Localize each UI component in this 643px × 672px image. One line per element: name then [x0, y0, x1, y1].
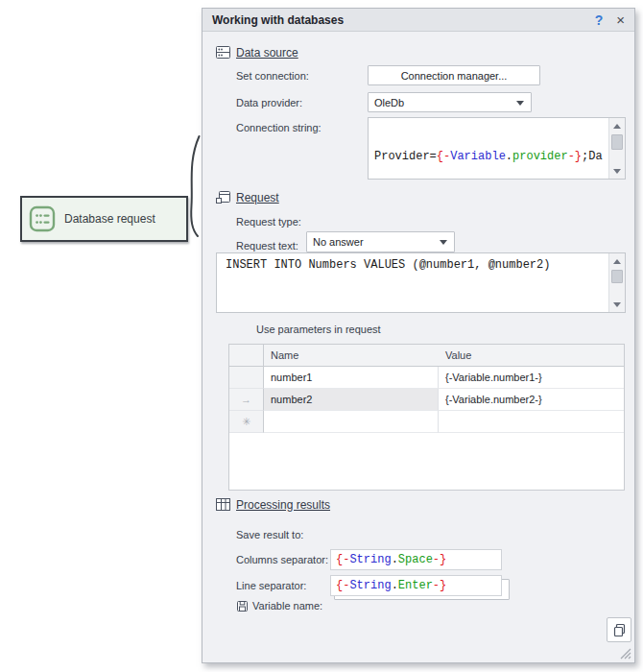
chevron-down-icon — [440, 240, 447, 245]
properties-panel: Working with databases ? × Data source S… — [202, 8, 635, 663]
variable-name-label: Variable name: — [252, 600, 322, 612]
request-text-value: INSERT INTO Numbers VALUES (@number1, @n… — [217, 253, 608, 312]
scrollbar-thumb[interactable] — [611, 270, 623, 283]
resize-grip[interactable] — [619, 647, 631, 660]
connection-string-text: Provider={-Variable.provider-};Da ta Sou… — [369, 118, 608, 179]
section-processing-results-heading[interactable]: Processing results — [215, 496, 330, 513]
request-heading-label: Request — [236, 191, 279, 204]
processing-results-heading-label: Processing results — [236, 498, 330, 512]
request-type-label: Request type: — [236, 216, 301, 228]
new-row-selector[interactable]: ✳ — [229, 411, 264, 433]
data-provider-value: OleDb — [374, 97, 404, 108]
param-name-cell-empty[interactable] — [264, 411, 439, 433]
flow-canvas: Database request Working with databases … — [0, 0, 643, 672]
database-request-node[interactable]: Database request — [20, 196, 188, 242]
scroll-down-icon[interactable] — [609, 163, 625, 179]
copy-variable-button[interactable] — [607, 617, 631, 642]
columns-separator-input[interactable]: {-String.Space-} — [330, 549, 502, 570]
param-value-cell[interactable]: {-Variable.number1-} — [439, 367, 624, 389]
line-separator-input[interactable]: {-String.Enter-} — [330, 575, 502, 596]
data-source-heading-label: Data source — [236, 46, 298, 60]
row-selector-header[interactable] — [229, 345, 264, 367]
panel-title: Working with databases — [212, 13, 595, 27]
section-data-source-heading[interactable]: Data source — [215, 44, 298, 60]
scroll-up-icon[interactable] — [609, 253, 625, 269]
help-icon[interactable]: ? — [595, 12, 604, 28]
close-icon[interactable]: × — [616, 12, 625, 27]
request-form-icon — [215, 189, 231, 205]
param-name-cell[interactable]: number1 — [264, 367, 439, 389]
new-row-icon: ✳ — [242, 416, 250, 427]
row-selector[interactable] — [229, 367, 264, 389]
data-provider-select[interactable]: OleDb — [368, 92, 532, 112]
connection-string-label: Connection string: — [236, 122, 322, 133]
connection-string-editor[interactable]: Provider={-Variable.provider-};Da ta Sou… — [368, 117, 626, 180]
connection-string-scrollbar[interactable] — [608, 118, 625, 179]
scroll-down-icon[interactable] — [609, 297, 625, 312]
title-bar: Working with databases ? × — [202, 9, 634, 32]
connection-manager-button[interactable]: Connection manager... — [368, 65, 540, 85]
database-icon — [29, 205, 56, 232]
request-type-select[interactable]: No answer — [306, 231, 455, 252]
scrollbar-thumb[interactable] — [611, 134, 623, 150]
save-variable-icon-wrap — [236, 599, 249, 616]
parameters-table: Name Value number1 {-Variable.number1-} … — [228, 344, 625, 491]
node-label: Database request — [64, 212, 155, 226]
current-row-icon: → — [241, 394, 251, 405]
request-text-label: Request text: — [236, 240, 298, 252]
column-header-name[interactable]: Name — [264, 345, 439, 367]
columns-separator-label: Columns separator: — [236, 554, 328, 565]
line-separator-label: Line separator: — [236, 580, 306, 591]
param-value-cell-empty[interactable] — [439, 411, 624, 433]
scroll-up-icon[interactable] — [609, 118, 625, 133]
column-header-value[interactable]: Value — [439, 345, 624, 367]
param-value-cell[interactable]: {-Variable.number2-} — [439, 389, 624, 411]
chevron-down-icon — [516, 101, 524, 106]
param-name-cell[interactable]: number2 — [264, 389, 439, 411]
set-connection-label: Set connection: — [236, 70, 309, 82]
request-text-editor[interactable]: INSERT INTO Numbers VALUES (@number1, @n… — [216, 252, 626, 313]
current-row-selector[interactable]: → — [229, 389, 264, 411]
request-text-scrollbar[interactable] — [608, 253, 625, 312]
section-request-heading[interactable]: Request — [215, 189, 279, 205]
table-grid-icon — [215, 496, 231, 513]
data-source-icon — [215, 44, 231, 60]
use-parameters-label: Use parameters in request — [256, 324, 381, 335]
request-type-value: No answer — [313, 236, 364, 248]
save-result-label: Save result to: — [236, 529, 303, 540]
floppy-disk-icon — [236, 600, 249, 612]
copy-icon — [612, 623, 627, 637]
data-provider-label: Data provider: — [236, 97, 302, 108]
